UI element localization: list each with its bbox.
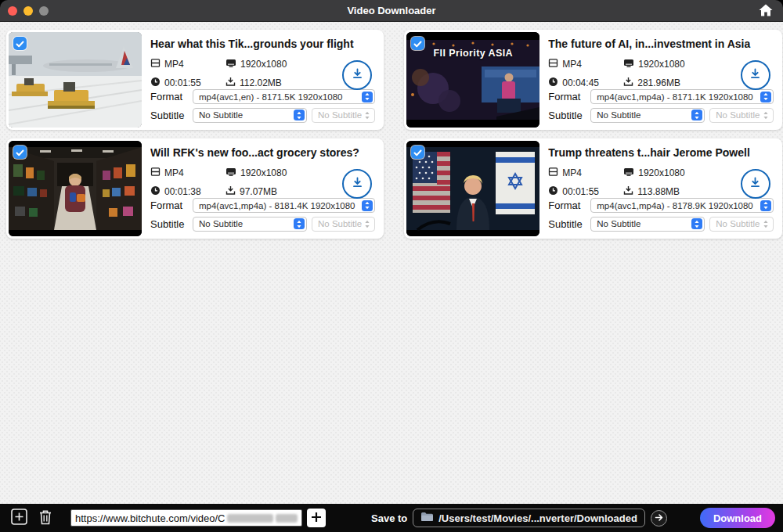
download-arrow-icon [749,176,762,192]
resolution: 1920x1080 [226,167,327,179]
duration: 00:01:55 [548,185,623,198]
video-title: Trump threatens t...hair Jerome Powell [548,146,773,159]
stepper-icon [362,218,373,229]
stepper-icon [760,200,771,211]
select-checkbox[interactable] [411,37,424,50]
clock-icon [548,77,558,89]
film-icon [150,58,161,70]
stepper-icon [760,110,771,120]
video-meta: MP4 1920x1080 00:01:55 113.88MB [548,167,725,198]
arrow-right-icon [655,512,663,524]
format-row: Format mp4(avc1,mp4a) - 8181.4K 1920x108… [150,198,375,214]
check-icon [413,37,422,51]
format-row: Format mp4(avc1,mp4a) - 8178.9K 1920x108… [548,198,773,214]
download-video-button[interactable] [741,60,770,90]
add-url-button[interactable] [8,507,30,529]
display-icon [226,167,236,179]
stepper-icon [362,110,373,120]
video-meta: MP4 1920x1080 00:01:55 112.02MB [150,58,327,89]
thumbnail-overlay-text: FII Priority ASIA [406,48,539,59]
stepper-icon [760,218,771,229]
titlebar: Video Downloader [0,0,783,22]
video-title: The future of AI, in...investment in Asi… [548,38,773,50]
subtitle-label: Subtitle [150,218,188,230]
video-card: Will RFK's new foo...act grocery stores?… [6,138,384,239]
resolution: 1920x1080 [623,167,725,179]
format-label: Format [548,200,586,211]
video-meta: MP4 1920x1080 00:01:38 97.07MB [150,167,327,198]
download-all-button[interactable]: Download [700,508,775,528]
bottom-toolbar: https://www.bitchute.com/video/C Save to… [0,504,783,532]
open-folder-button[interactable] [651,510,667,527]
delete-button[interactable] [34,507,56,529]
resolution: 1920x1080 [226,58,327,70]
subtitle-label: Subtitle [548,218,586,230]
subtitle-select[interactable]: No Subtitle [193,217,307,232]
display-icon [623,167,634,179]
snowy-airport-thumbnail-art [9,32,142,128]
stepper-icon [294,110,305,120]
select-checkbox[interactable] [411,146,424,159]
video-info: Trump threatens t...hair Jerome Powell M… [539,141,779,236]
format-select[interactable]: mp4(avc1,en) - 8171.5K 1920x1080 [193,89,375,104]
video-card-grid: Hear what this Tik...grounds your flight… [6,30,777,239]
check-icon [16,37,24,51]
subtitle-track-select-disabled: No Subtitle [709,217,773,232]
url-redacted [227,514,273,523]
download-tray-icon [226,77,236,89]
subtitle-select[interactable]: No Subtitle [590,108,705,123]
display-icon [226,58,236,70]
video-thumbnail[interactable] [406,141,539,236]
film-icon [548,167,558,179]
download-tray-icon [623,77,633,89]
subtitle-row: Subtitle No Subtitle No Subtitle [150,107,375,123]
save-path-value: /Users/test/Movies/...nverter/Downloaded [438,512,637,524]
subtitle-select[interactable]: No Subtitle [193,108,307,123]
file-size: 112.02MB [226,77,327,89]
video-meta: MP4 1920x1080 00:04:45 281.96MB [548,58,725,89]
stepper-icon [362,92,373,102]
check-icon [16,146,24,160]
video-title: Will RFK's new foo...act grocery stores? [150,146,375,159]
download-video-button[interactable] [741,169,770,199]
video-info: Hear what this Tik...grounds your flight… [142,32,381,128]
video-title: Hear what this Tik...grounds your flight [150,38,375,50]
add-to-queue-button[interactable] [307,509,326,527]
subtitle-track-select-disabled: No Subtitle [312,108,375,123]
video-info: Will RFK's new foo...act grocery stores?… [142,141,381,236]
download-arrow-icon [749,67,762,83]
download-tray-icon [623,185,633,198]
download-video-button[interactable] [342,169,372,199]
subtitle-select[interactable]: No Subtitle [590,217,705,232]
save-path-select[interactable]: /Users/test/Movies/...nverter/Downloaded [413,509,645,527]
video-thumbnail[interactable]: FII Priority ASIA [406,32,539,128]
duration: 00:01:55 [150,77,226,89]
video-info: The future of AI, in...investment in Asi… [539,32,779,128]
url-text: https://www.bitchute.com/video/C [75,512,225,524]
format-row: Format mp4(avc1,en) - 8171.5K 1920x1080 [150,89,375,105]
subtitle-row: Subtitle No Subtitle No Subtitle [150,216,375,232]
select-checkbox[interactable] [13,146,27,159]
url-input[interactable]: https://www.bitchute.com/video/C [70,509,302,527]
home-icon [758,8,774,20]
format-select[interactable]: mp4(avc1,mp4a) - 8178.9K 1920x1080 [590,198,773,213]
video-thumbnail[interactable] [9,32,142,128]
stepper-icon [362,200,373,211]
conference-stage-thumbnail-art [406,32,539,128]
home-button[interactable] [756,2,775,20]
main-area: Hear what this Tik...grounds your flight… [0,22,783,504]
select-checkbox[interactable] [13,37,27,50]
check-icon [413,146,422,160]
format-select[interactable]: mp4(avc1,mp4a) - 8181.4K 1920x1080 [193,198,375,213]
video-thumbnail[interactable] [9,141,142,236]
container-format: MP4 [150,58,226,70]
clock-icon [548,185,558,198]
subtitle-track-select-disabled: No Subtitle [312,217,375,232]
video-card: FII Priority ASIA The future of AI, in..… [404,30,781,130]
trash-icon [38,509,53,528]
file-size: 281.96MB [623,77,725,89]
format-select[interactable]: mp4(avc1,mp4a) - 8171.1K 1920x1080 [590,89,773,104]
display-icon [623,58,634,70]
download-video-button[interactable] [342,60,372,90]
duration: 00:01:38 [150,185,226,198]
